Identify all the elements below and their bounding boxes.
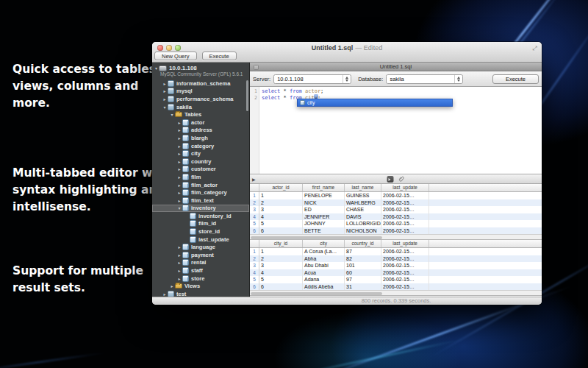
table-row[interactable]: 22NICKWAHLBERG2006-02-15… [250,199,542,207]
cell[interactable]: 60 [345,269,381,277]
disclosure-collapsed-icon[interactable]: ▸ [176,127,182,132]
tree-item-language[interactable]: ▸language [152,243,249,251]
disclosure-collapsed-icon[interactable]: ▸ [176,144,182,149]
zoom-button[interactable] [175,45,181,51]
tree-item-last_update[interactable]: last_update [152,236,249,244]
minimize-button[interactable] [166,45,172,51]
table-row[interactable]: 44JENNIFERDAVIS2006-02-15… [250,213,542,221]
tree-item-sakila[interactable]: ▾sakila [152,103,249,111]
fullscreen-icon[interactable]: ⤢ [531,45,538,52]
table-row[interactable]: 11PENELOPEGUINESS2006-02-15… [250,192,542,199]
cell[interactable]: CHASE [345,206,381,213]
disclosure-collapsed-icon[interactable]: ▸ [176,120,182,125]
disclosure-collapsed-icon[interactable]: ▸ [176,252,182,258]
disclosure-collapsed-icon[interactable]: ▸ [176,183,182,188]
table-row[interactable]: 55JOHNNYLOLLOBRIGIDA2006-02-15… [250,220,542,227]
cell[interactable]: 82 [345,255,381,263]
cell[interactable]: A Corua (La… [303,248,345,255]
cell[interactable]: 2006-02-15… [381,269,429,277]
horizontal-scrollbar[interactable] [250,290,542,296]
tree-item-performance_schema[interactable]: ▸performance_schema [152,95,249,103]
disclosure-collapsed-icon[interactable]: ▸ [176,268,182,273]
cell[interactable]: 2006-02-15… [381,220,429,227]
table-row[interactable]: 66BETTENICHOLSON2006-02-15… [250,227,542,235]
scrollbar-thumb[interactable] [251,292,382,296]
scrollbar-thumb[interactable] [251,236,382,240]
tree-item-customer[interactable]: ▸customer [152,166,249,174]
cell[interactable]: 1 [259,192,303,199]
tab-bar-button[interactable] [254,65,259,70]
horizontal-scrollbar[interactable] [250,234,542,240]
column-header-country_id[interactable]: country_id [345,240,381,247]
new-query-button[interactable]: New Query [154,52,197,60]
cell[interactable]: 97 [345,276,381,283]
close-button[interactable] [157,45,163,51]
cell[interactable]: Addis Abeba [303,283,345,291]
tree-item-store_id[interactable]: store_id [152,227,249,236]
tree-item-Tables[interactable]: ▾Tables [152,110,249,118]
cell[interactable]: 87 [345,248,381,255]
column-header-actor_id[interactable]: actor_id [259,184,303,191]
cell[interactable]: 1 [259,248,303,255]
tree-item-category[interactable]: ▸category [152,142,249,150]
export-results-icon[interactable] [387,176,393,183]
cell[interactable]: 4 [259,213,303,221]
disclosure-collapsed-icon[interactable]: ▸ [176,190,182,195]
tree-item-rental[interactable]: ▸rental [152,259,249,267]
cell[interactable]: Acua [303,269,345,277]
disclosure-collapsed-icon[interactable]: ▸ [162,81,168,86]
cell[interactable]: 31 [345,283,381,291]
execute-query-button[interactable]: Execute [492,74,539,84]
cell[interactable]: NICHOLSON [345,227,381,235]
cell[interactable]: JOHNNY [303,220,345,227]
cell[interactable]: 2006-02-15… [381,276,429,283]
cell[interactable]: PENELOPE [303,192,345,199]
table-row[interactable]: 55Adana972006-02-15… [250,276,542,283]
cell[interactable]: DAVIS [345,213,381,221]
disclosure-expanded-icon[interactable]: ▾ [154,66,159,71]
cell[interactable]: 5 [259,276,303,283]
disclosure-collapsed-icon[interactable]: ▸ [176,174,182,180]
disclosure-collapsed-icon[interactable]: ▸ [176,151,182,156]
disclosure-collapsed-icon[interactable]: ▸ [176,159,182,164]
tab-untitled-1[interactable]: Untitled 1.sql [250,63,542,71]
tree-item-payment[interactable]: ▸payment [152,251,249,259]
cell[interactable]: 3 [259,206,303,213]
tree-item-blargh[interactable]: ▸blargh [152,134,249,142]
tree-item-address[interactable]: ▸address [152,127,249,135]
paperclip-icon[interactable] [398,176,405,183]
server-dropdown[interactable]: 10.0.1.108 [273,74,351,84]
tree-item-test[interactable]: ▸test [152,290,249,297]
autocomplete-popup[interactable]: city [297,99,453,107]
cell[interactable]: JENNIFER [303,213,345,221]
tree-item-film_actor[interactable]: ▸film_actor [152,181,249,189]
execute-toolbar-button[interactable]: Execute [202,52,237,60]
tree-item-staff[interactable]: ▸staff [152,266,249,275]
title-bar[interactable]: Untitled 1.sql— Edited ⤢ New Query Execu… [152,42,542,63]
table-row[interactable]: 33Abu Dhabi1012006-02-15… [250,262,542,269]
sidebar-scrollbar[interactable] [246,80,248,111]
disclosure-collapsed-icon[interactable]: ▸ [176,198,182,203]
cell[interactable]: 2 [259,199,303,207]
cell[interactable]: ED [303,206,345,213]
cell[interactable]: 2006-02-15… [381,255,429,263]
disclosure-collapsed-icon[interactable]: ▸ [162,96,168,102]
cell[interactable]: Abha [303,255,345,263]
cell[interactable]: WAHLBERG [345,199,381,207]
disclosure-expanded-icon[interactable]: ▾ [169,112,175,117]
results-disclosure-icon[interactable]: ▶ [252,177,256,183]
disclosure-expanded-icon[interactable]: ▾ [176,205,182,210]
tree-item-inventory_id[interactable]: inventory_id [152,212,249,220]
disclosure-collapsed-icon[interactable]: ▸ [169,283,175,289]
cell[interactable]: 2006-02-15… [381,227,429,235]
cell[interactable]: 101 [345,262,381,269]
disclosure-collapsed-icon[interactable]: ▸ [162,291,168,297]
disclosure-expanded-icon[interactable]: ▾ [162,105,168,110]
cell[interactable]: 6 [259,283,303,291]
cell[interactable]: GUINESS [345,192,381,199]
cell[interactable]: 2006-02-15… [381,262,429,269]
tree-item-film_text[interactable]: ▸film_text [152,197,249,205]
cell[interactable]: 4 [259,269,303,277]
table-row[interactable]: 22Abha822006-02-15… [250,255,542,263]
tree-item-information_schema[interactable]: ▸information_schema [152,79,249,88]
